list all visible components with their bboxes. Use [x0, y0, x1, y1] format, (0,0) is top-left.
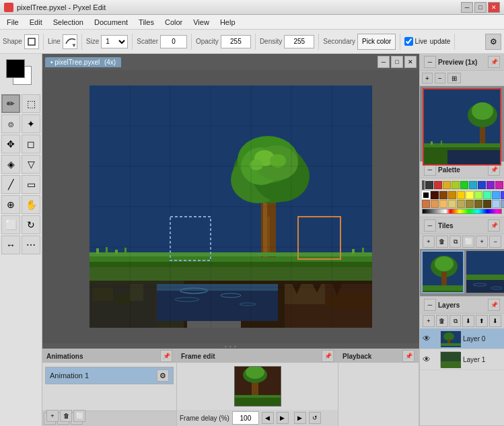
palette-color[interactable] [492, 191, 500, 199]
live-update-checkbox[interactable] [404, 37, 413, 46]
density-input[interactable] [284, 35, 314, 48]
wand-tool-button[interactable]: ✦ [22, 114, 40, 133]
palette-color[interactable] [431, 191, 439, 199]
fill-tool-button[interactable]: ▽ [22, 155, 40, 174]
palette-color[interactable] [483, 200, 491, 208]
foreground-color[interactable] [6, 59, 25, 78]
palette-color[interactable] [448, 191, 456, 199]
anim-extra-button[interactable]: ⬜ [73, 410, 85, 411]
line-preview[interactable]: ▼ [63, 34, 77, 49]
menu-item-help[interactable]: Help [215, 17, 241, 28]
canvas-content[interactable] [42, 70, 419, 343]
canvas-restore-button[interactable]: □ [391, 56, 403, 68]
preview-grid-button[interactable]: ⊞ [447, 73, 461, 83]
minimize-button[interactable]: ─ [461, 2, 473, 13]
frame-prev-button[interactable]: ◀ [262, 412, 274, 424]
menu-item-edit[interactable]: Edit [24, 17, 48, 28]
palette-color[interactable] [469, 181, 477, 189]
canvas-tab-main[interactable]: • pixelTree.pyxel (4x) [45, 57, 121, 67]
shape-preview[interactable] [24, 34, 39, 49]
zoom-in-tile-button[interactable]: + [476, 236, 488, 248]
palette-color[interactable] [434, 181, 442, 189]
palette-color[interactable] [501, 200, 504, 208]
palette-color[interactable] [466, 200, 474, 208]
size-select[interactable]: 1248 [101, 35, 128, 48]
move-layer-up-button[interactable]: ⬆ [476, 315, 488, 327]
palette-color[interactable] [431, 200, 439, 208]
menu-item-color[interactable]: Color [159, 17, 188, 28]
palette-collapse-button[interactable]: ─ [424, 164, 436, 176]
zoom-out-tile-button[interactable]: − [489, 236, 501, 248]
palette-color-selected[interactable] [422, 191, 430, 199]
palette-color[interactable] [495, 181, 503, 189]
layer-row-0[interactable]: 👁 Layer 0 [420, 328, 504, 349]
animation-item-0[interactable]: Animation 1 ⚙ [45, 367, 174, 384]
playback-pin-button[interactable]: 📌 [402, 350, 415, 362]
tiles-collapse-button[interactable]: ─ [424, 219, 436, 232]
dropper-tool-button[interactable]: ◈ [1, 155, 20, 174]
active-color-swatch[interactable] [422, 180, 425, 190]
hand-tool-button[interactable]: ✋ [22, 195, 40, 214]
animations-pin-button[interactable]: 📌 [160, 350, 172, 362]
close-button[interactable]: ✕ [488, 2, 500, 13]
menu-item-file[interactable]: File [1, 17, 24, 28]
settings-button[interactable]: ⚙ [485, 34, 501, 50]
tile-selected[interactable] [421, 250, 464, 293]
move-tool-button[interactable]: ✥ [1, 135, 20, 153]
rotate-tool-button[interactable]: ↻ [22, 215, 40, 234]
palette-color[interactable] [439, 191, 447, 199]
add-animation-button[interactable]: + [46, 410, 59, 411]
layer-1-visibility-icon[interactable]: 👁 [423, 355, 432, 364]
frame-next-button[interactable]: ▶ [277, 412, 289, 424]
palette-color[interactable] [457, 191, 465, 199]
palette-color[interactable] [460, 181, 468, 189]
palette-color[interactable] [457, 200, 465, 208]
palette-color[interactable] [448, 200, 456, 208]
line-tool-button[interactable]: ╱ [1, 175, 20, 194]
select-tool-button[interactable]: ⬚ [22, 94, 40, 113]
move-layer-down-button[interactable]: ⬇ [489, 315, 501, 327]
window-controls[interactable]: ─ □ ✕ [461, 2, 500, 13]
menu-item-view[interactable]: View [188, 17, 215, 28]
scatter-input[interactable] [160, 35, 187, 48]
palette-color[interactable] [422, 200, 430, 208]
palette-color[interactable] [474, 191, 482, 199]
delete-layer-button[interactable]: 🗑 [436, 315, 448, 327]
menu-item-tiles[interactable]: Tiles [133, 17, 159, 28]
live-update-label[interactable]: Live update [404, 37, 450, 46]
layers-pin-button[interactable]: 📌 [488, 299, 500, 311]
palette-color[interactable] [487, 181, 495, 189]
palette-color[interactable] [474, 200, 482, 208]
animation-settings-button[interactable]: ⚙ [157, 369, 169, 382]
tile-thumb-1[interactable] [466, 250, 504, 293]
frame-loop-button[interactable]: ↺ [309, 412, 321, 424]
palette-color[interactable] [443, 181, 451, 189]
pencil-tool-button[interactable]: ✏ [1, 94, 20, 113]
palette-pin-button[interactable]: 📌 [488, 164, 500, 176]
lasso-tool-button[interactable]: ⌾ [1, 114, 20, 133]
opacity-input[interactable] [221, 35, 251, 48]
mirror-tool-button[interactable]: ↔ [1, 236, 20, 254]
palette-color[interactable] [492, 200, 500, 208]
palette-color[interactable] [425, 181, 433, 189]
palette-color[interactable] [483, 191, 491, 199]
preview-collapse-button[interactable]: ─ [424, 56, 436, 68]
maximize-button[interactable]: □ [474, 2, 487, 13]
select-tile-button[interactable]: ⬜ [462, 236, 474, 248]
palette-color[interactable] [439, 200, 447, 208]
palette-color[interactable] [478, 181, 486, 189]
stamp-tool-button[interactable]: ⬜ [1, 215, 20, 234]
menu-item-selection[interactable]: Selection [48, 17, 89, 28]
copy-tile-button[interactable]: ⧉ [449, 236, 462, 248]
frame-delay-input[interactable] [232, 411, 259, 425]
layer-0-visibility-icon[interactable]: 👁 [423, 334, 432, 343]
canvas-close-button[interactable]: ✕ [404, 56, 417, 68]
delete-animation-button[interactable]: 🗑 [60, 410, 72, 411]
palette-color[interactable] [466, 191, 474, 199]
preview-pin-button[interactable]: 📌 [488, 56, 500, 68]
layers-collapse-button[interactable]: ─ [424, 299, 436, 311]
eraser-tool-button[interactable]: ◻ [22, 135, 40, 153]
preview-zoom-in-button[interactable]: + [422, 73, 433, 83]
copy-layer-button[interactable]: ⧉ [449, 315, 462, 327]
palette-color[interactable] [452, 181, 460, 189]
